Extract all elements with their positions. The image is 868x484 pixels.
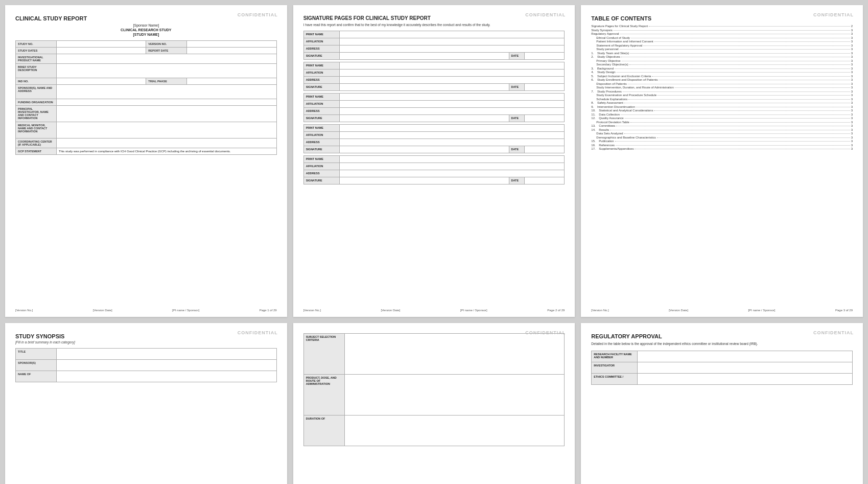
toc-item-30: 15. Publication3 (591, 140, 853, 143)
toc-dots-13 (652, 75, 850, 77)
toc-dots-7 (630, 52, 850, 54)
toc-item-0: Signature Pages for Clinical Study Repor… (591, 25, 853, 28)
toc-label-3: Ethical Conduct of Study (596, 36, 630, 39)
label-print-name-5: PRINT NAME (303, 156, 339, 163)
footer2-version-left: [Version No.] (303, 309, 321, 312)
toc-item-13: 5. Subject Inclusion and Exclusion Crite… (591, 75, 853, 78)
toc-label-23: 11. Data Collection (591, 113, 620, 116)
value-medical-monitor (57, 122, 277, 139)
value-date-4 (524, 146, 565, 153)
value-nameof-4 (57, 371, 277, 382)
label-addr-2: ADDRESS (303, 77, 339, 84)
value-sig-4 (339, 146, 509, 153)
label-addr-4: ADDRESS (303, 139, 339, 146)
value-sig-5 (339, 177, 509, 185)
label-product-dose: PRODUCT, DOSE, AND ROUTE OF ADMINISTRATI… (303, 375, 344, 416)
toc-dots-22 (654, 109, 850, 111)
pages-grid: CONFIDENTIAL CLINICAL STUDY REPORT [Spon… (5, 5, 863, 484)
toc-dots-23 (621, 113, 850, 115)
toc-dots-29 (657, 136, 850, 138)
toc-label-13: 5. Subject Inclusion and Exclusion Crite… (591, 75, 651, 78)
toc-item-25: Protocol Deviation Table3 (591, 121, 853, 124)
page4-subtitle: [Fill in a brief summary in each categor… (15, 340, 277, 344)
footer3-page-num: Page 3 of 29 (835, 309, 853, 312)
label-duration: DURATION OF (303, 416, 344, 446)
toc-label-14: 6. Study Enrollment and Disposition of P… (591, 78, 658, 81)
value-subject-sel (344, 334, 565, 375)
label-print-name-4: PRINT NAME (303, 125, 339, 132)
value-date-5 (524, 177, 565, 185)
value-title-4 (57, 349, 277, 360)
toc-dots-27 (610, 128, 850, 130)
toc-label-30: 15. Publication (591, 140, 614, 143)
label-date-2: DATE (509, 84, 524, 91)
value-product-dose (344, 375, 565, 416)
toc-label-17: 7. Study Procedures (591, 90, 621, 93)
toc-page-9: 3 (851, 59, 853, 62)
toc-page-15: 3 (851, 82, 853, 85)
label-affil-2: AFFILIATION (303, 70, 339, 77)
value-addr-1 (339, 45, 565, 53)
toc-dots-9 (622, 59, 850, 61)
value-sponsors-4 (57, 360, 277, 371)
value-date-2 (524, 84, 565, 91)
label-pi: PRINCIPAL INVESTIGATOR, NAME AND CONTACT… (16, 106, 57, 122)
toc-label-25: Protocol Deviation Table (596, 121, 629, 124)
toc-dots-4 (654, 40, 850, 42)
toc-item-24: 12. Quality Assurance3 (591, 117, 853, 120)
page-4: CONFIDENTIAL STUDY SYNOPSIS [Fill in a b… (5, 323, 287, 484)
toc-dots-6 (620, 48, 850, 50)
footer3-version-left: [Version No.] (591, 309, 608, 312)
toc-page-11: 3 (851, 67, 853, 70)
value-investigator-6 (638, 362, 853, 373)
toc-item-29: Demographics and Baseline Characteristic… (591, 136, 853, 139)
page2-subtitle: I have read this report and confirm that… (303, 23, 565, 27)
toc-item-11: 3. Background3 (591, 67, 853, 70)
label-addr-1: ADDRESS (303, 45, 339, 53)
page6-desc: Detailed in the table below is the appro… (591, 341, 853, 347)
value-print-name-4 (339, 125, 565, 132)
toc-item-26: 13. Committees3 (591, 124, 853, 127)
label-sponsors: SPONSOR(S), NAME AND ADDRESS (16, 85, 57, 99)
value-report-date (187, 48, 276, 54)
value-affil-3 (339, 101, 565, 108)
toc-page-3: 3 (851, 36, 853, 39)
toc-label-32: 17. Supplements/Appendices (591, 147, 634, 150)
label-sig-2: SIGNATURE (303, 84, 339, 91)
value-sig-2 (339, 84, 509, 91)
value-sig-1 (339, 53, 509, 60)
value-sig-3 (339, 115, 509, 122)
page1-studyname: [STUDY NAME] (15, 33, 277, 36)
toc-item-32: 17. Supplements/Appendices3 (591, 147, 853, 150)
toc-label-20: 8. Safety Assessment (591, 101, 623, 104)
toc-item-14: 6. Study Enrollment and Disposition of P… (591, 78, 853, 81)
toc-page-27: 3 (851, 128, 853, 131)
label-ethics-comm: ETHICS COMMITTEE / (592, 373, 638, 384)
toc-item-28: Data Sets Analyzed3 (591, 132, 853, 135)
toc-dots-30 (615, 140, 850, 142)
value-coord-center (57, 139, 277, 148)
toc-dots-17 (623, 90, 850, 92)
page-6: CONFIDENTIAL REGULATORY APPROVAL Detaile… (581, 323, 863, 484)
page5-table: SUBJECT SELECTION CRITERIA PRODUCT, DOSE… (303, 333, 565, 446)
label-print-name-2: PRINT NAME (303, 62, 339, 70)
toc-dots-14 (659, 78, 850, 80)
value-date-1 (524, 53, 565, 60)
page-2: CONFIDENTIAL SIGNATURE PAGES FOR CLINICA… (293, 5, 575, 317)
toc-page-6: 3 (851, 48, 853, 51)
toc-label-9: Primary Objective (596, 59, 620, 62)
toc-label-18: Study Examination and Procedure Schedule (596, 94, 656, 97)
toc-page-29: 3 (851, 136, 853, 139)
toc-page-13: 3 (851, 75, 853, 78)
toc-label-12: 4. Study Design (591, 71, 615, 74)
page6-reg-table: RESEARCH FACILITY NAME AND NUMBER INVEST… (591, 351, 853, 385)
toc-dots-10 (629, 63, 850, 65)
confidential-1: CONFIDENTIAL (238, 12, 278, 17)
toc-page-1: 3 (851, 29, 853, 32)
toc-page-5: 3 (851, 44, 853, 47)
value-ethics-comm (638, 373, 853, 384)
toc-label-27: 14. Results (591, 128, 609, 131)
label-sig-4: SIGNATURE (303, 146, 339, 153)
toc-label-7: 1. Study Team and Site(s) (591, 52, 629, 55)
toc-label-16: Study Intervention, Duration, and Route … (596, 86, 673, 89)
